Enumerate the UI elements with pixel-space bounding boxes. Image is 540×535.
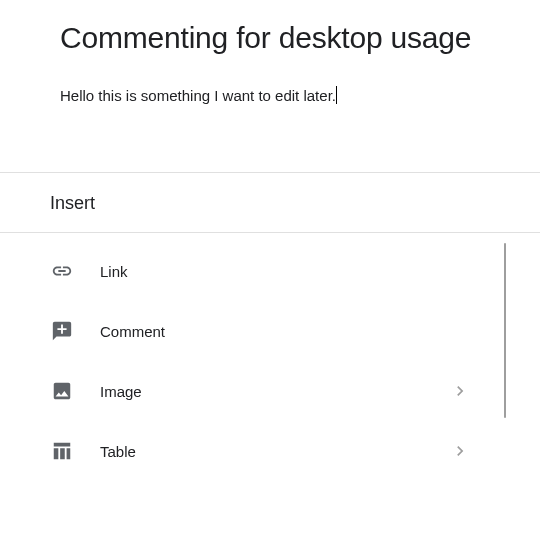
document-title[interactable]: Commenting for desktop usage: [60, 18, 480, 59]
table-icon: [50, 439, 74, 463]
menu-label: Image: [100, 383, 450, 400]
document-area: Commenting for desktop usage Hello this …: [0, 0, 540, 117]
menu-item-link[interactable]: Link: [0, 241, 540, 301]
link-icon: [50, 259, 74, 283]
document-body-text: Hello this is something I want to edit l…: [60, 87, 336, 104]
menu-item-table[interactable]: Table: [0, 421, 540, 481]
document-body[interactable]: Hello this is something I want to edit l…: [60, 85, 480, 108]
comment-icon: [50, 319, 74, 343]
text-cursor: [336, 86, 337, 104]
chevron-right-icon: [450, 381, 470, 401]
menu-label: Comment: [100, 323, 490, 340]
image-icon: [50, 379, 74, 403]
menu-item-comment[interactable]: Comment: [0, 301, 540, 361]
menu-item-image[interactable]: Image: [0, 361, 540, 421]
menu-label: Link: [100, 263, 490, 280]
menu-label: Table: [100, 443, 450, 460]
panel-header: Insert: [0, 173, 540, 233]
menu-list: Link Comment Image: [0, 233, 540, 489]
chevron-right-icon: [450, 441, 470, 461]
scrollbar[interactable]: [504, 243, 506, 418]
insert-panel: Insert Link Comment: [0, 172, 540, 489]
